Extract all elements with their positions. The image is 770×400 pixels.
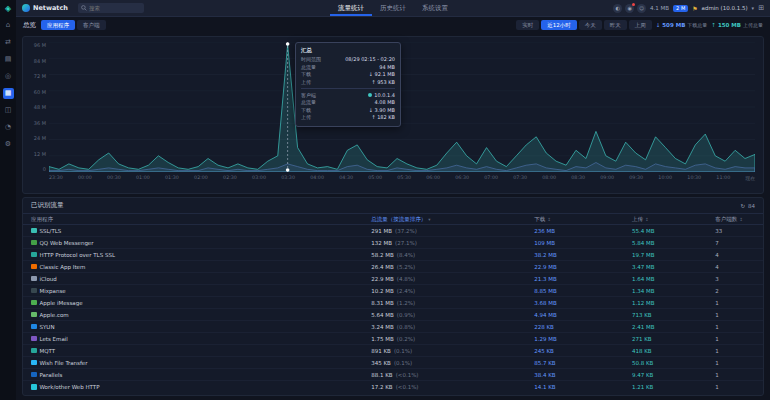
x-axis-tick: 11:00 <box>716 175 730 181</box>
table-row[interactable]: HTTP Protocol over TLS SSL58.2 MB(8.4%)3… <box>23 249 763 261</box>
total-traffic-cell: 891 KB(0.1%) <box>371 348 534 354</box>
tab-历史统计[interactable]: 历史统计 <box>372 0 414 16</box>
tooltip-client-up-row: 上传 ↑ 182 KB <box>301 114 395 120</box>
tooltip-up-value: ↑ 953 KB <box>371 79 395 85</box>
upload-cell: 1.12 MB <box>632 300 715 306</box>
app-name: Wish File Transfer <box>40 360 88 366</box>
monitor-icon[interactable]: ◎ <box>3 71 14 82</box>
x-axis-tick: 04:00 <box>310 175 324 181</box>
flows-icon[interactable]: ▦ <box>3 88 14 99</box>
range-实时[interactable]: 实时 <box>516 20 539 30</box>
range-上周[interactable]: 上周 <box>629 20 652 30</box>
chart-plot-area[interactable] <box>49 42 755 172</box>
x-axis-tick: 06:30 <box>455 175 469 181</box>
clients-cell: 4 <box>715 252 755 258</box>
table-row[interactable]: SYUN3.24 MB(0.8%)228 KB2.41 MB1 <box>23 321 763 333</box>
total-value: 22.9 MB <box>371 276 394 282</box>
dashboard-icon[interactable]: ⌂ <box>3 20 14 31</box>
view-toggle-客户端[interactable]: 客户端 <box>77 20 106 30</box>
x-axis-tick: 10:00 <box>658 175 672 181</box>
column-header-3[interactable]: 上传↕ <box>632 216 715 223</box>
app-name: MQTT <box>40 348 56 354</box>
tab-流量统计[interactable]: 流量统计 <box>330 0 372 16</box>
client-dot-icon <box>368 93 372 97</box>
y-axis: 96 M84 M72 M60 M48 M36 M24 M12 M0 <box>27 42 49 172</box>
range-今天[interactable]: 今天 <box>579 20 602 30</box>
clients-cell: 1 <box>715 384 755 390</box>
overview-label: 总览 <box>23 21 36 30</box>
refresh-control[interactable]: ↻ 84 <box>740 203 755 209</box>
app-icon <box>31 360 37 366</box>
table-row[interactable]: SSL/TLS291 MB(37.2%)236 MB55.4 MB33 <box>23 225 763 237</box>
total-percent: (0.8%) <box>397 324 415 330</box>
clients-cell: 1 <box>715 348 755 354</box>
app-name-cell: QQ Web Messenger <box>31 240 371 246</box>
upload-total-value: 150 MB <box>718 22 741 28</box>
total-value: 345 KB <box>371 360 391 366</box>
column-label: 上传 <box>632 216 643 223</box>
refresh-icon[interactable]: ↻ <box>740 203 745 209</box>
tooltip-total-value: 94 MB <box>379 64 395 70</box>
app-icon <box>31 372 37 378</box>
column-header-4[interactable]: 客户端数↕ <box>715 216 755 223</box>
tooltip-time-value: 08/29 02:15 - 02:20 <box>345 56 395 62</box>
apps-grid-icon[interactable]: ⊞ <box>758 4 764 12</box>
total-value: 291 MB <box>371 228 392 234</box>
app-icon <box>31 276 37 282</box>
table-row[interactable]: Parallels88.1 KB(<0.1%)38.4 KB9.47 KB1 <box>23 369 763 381</box>
column-header-1[interactable]: 总流量（按流量排序）▾ <box>371 216 534 223</box>
y-axis-tick: 36 M <box>34 120 46 126</box>
tooltip-time-label: 时间范围 <box>301 56 321 62</box>
search-input[interactable] <box>78 3 144 13</box>
avatar-icon[interactable]: ☺ <box>637 4 646 13</box>
user-menu[interactable]: admin (10.0.1.5) <box>702 5 748 11</box>
view-toggle-应用程序[interactable]: 应用程序 <box>41 20 75 30</box>
x-axis-tick: 01:00 <box>136 175 150 181</box>
top-header: Netwatch 流量统计历史统计系统设置 ◐◉☺ 4.1 MB 2 M ⚑ a… <box>16 0 770 17</box>
notifications-icon[interactable]: ◉ <box>625 4 634 13</box>
column-header-2[interactable]: 下载↕ <box>534 216 632 223</box>
theme-icon[interactable]: ◐ <box>613 4 622 13</box>
table-row[interactable]: Classic App Item26.4 MB(5.2%)22.9 MB3.47… <box>23 261 763 273</box>
total-traffic-cell: 5.64 MB(0.9%) <box>371 312 534 318</box>
app-icon <box>31 228 37 234</box>
clients-cell: 33 <box>715 228 755 234</box>
table-row[interactable]: Apple.com5.64 MB(0.9%)4.94 MB713 KB1 <box>23 309 763 321</box>
upload-cell: 9.47 KB <box>632 372 715 378</box>
download-total-value: 509 MB <box>662 22 685 28</box>
table-row[interactable]: Apple iMessage8.31 MB(1.2%)3.68 MB1.12 M… <box>23 297 763 309</box>
column-header-0[interactable]: 应用程序 <box>31 216 371 223</box>
column-label: 下载 <box>534 216 545 223</box>
total-percent: (8.4%) <box>397 252 415 258</box>
rate-download: 4.1 MB <box>650 5 669 11</box>
table-row[interactable]: Wish File Transfer345 KB(0.1%)85.7 KB50.… <box>23 357 763 369</box>
range-昨天[interactable]: 昨天 <box>604 20 627 30</box>
traffic-icon[interactable]: ⇄ <box>3 37 14 48</box>
hosts-icon[interactable]: ▤ <box>3 54 14 65</box>
search-box <box>78 3 144 13</box>
table-row[interactable]: MQTT891 KB(0.1%)245 KB418 KB1 <box>23 345 763 357</box>
range-近12小时[interactable]: 近12小时 <box>541 20 577 30</box>
total-value: 58.2 MB <box>371 252 394 258</box>
tooltip-client-up-value: ↑ 182 KB <box>371 114 395 120</box>
alerts-icon[interactable]: ◔ <box>3 122 14 133</box>
tab-系统设置[interactable]: 系统设置 <box>414 0 456 16</box>
table-row[interactable]: Mixpanse10.2 MB(2.4%)8.85 MB1.34 MB2 <box>23 285 763 297</box>
table-row[interactable]: QQ Web Messenger132 MB(27.1%)109 MB5.84 … <box>23 237 763 249</box>
table-row[interactable]: Lets Email1.75 MB(0.2%)1.29 MB271 KB1 <box>23 333 763 345</box>
tooltip-client-down-row: 下载 ↓ 3.90 MB <box>301 107 395 113</box>
traffic-area-chart[interactable] <box>49 42 755 172</box>
sort-icon: ▾ <box>428 217 430 222</box>
x-axis-tick: 00:30 <box>107 175 121 181</box>
tooltip-down-row: 下载 ↓ 92.1 MB <box>301 71 395 77</box>
chevron-down-icon[interactable]: ▾ <box>752 5 755 11</box>
legend-upload: ↑ 150 MB 上传总量 <box>711 22 763 28</box>
download-cell: 245 KB <box>534 348 632 354</box>
table-row[interactable]: Work/other Web HTTP17.2 KB(<0.1%)14.1 KB… <box>23 381 763 393</box>
download-cell: 21.3 MB <box>534 276 632 282</box>
app-window: ◈⌂⇄▤◎▦◫◔⚙ Netwatch 流量统计历史统计系统设置 ◐◉☺ 4.1 … <box>0 0 770 400</box>
reports-icon[interactable]: ◫ <box>3 105 14 116</box>
download-cell: 1.29 MB <box>534 336 632 342</box>
table-row[interactable]: iCloud22.9 MB(4.8%)21.3 MB1.64 MB3 <box>23 273 763 285</box>
settings-icon[interactable]: ⚙ <box>3 139 14 150</box>
